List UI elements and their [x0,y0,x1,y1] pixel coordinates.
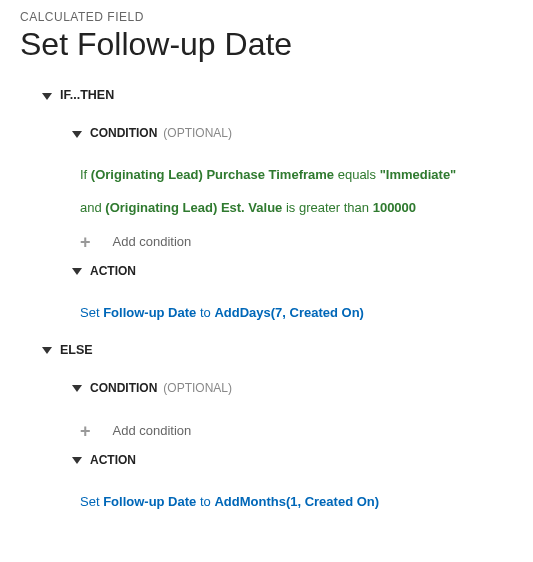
action-expr: AddMonths(1, Created On) [214,494,379,509]
ifthen-heading: IF...THEN [60,88,114,102]
add-condition-button[interactable]: + Add condition [20,414,513,448]
chevron-down-icon [42,347,52,354]
condition-value: 100000 [373,200,416,215]
optional-label: (OPTIONAL) [163,126,232,140]
chevron-down-icon [72,268,82,275]
ifthen-action-header[interactable]: ACTION [72,259,513,283]
action-prefix: Set [80,494,100,509]
else-header[interactable]: ELSE [42,338,513,362]
condition-field: (Originating Lead) Est. Value [105,200,282,215]
plus-icon: + [80,422,91,440]
condition-prefix: If [80,167,87,182]
else-condition-header[interactable]: CONDITION (OPTIONAL) [72,376,513,400]
action-line[interactable]: Set Follow-up Date to AddDays(7, Created… [20,297,513,328]
action-to: to [200,494,211,509]
action-expr: AddDays(7, Created On) [214,305,364,320]
condition-field: (Originating Lead) Purchase Timeframe [91,167,334,182]
add-condition-label: Add condition [113,423,192,438]
condition-heading: CONDITION [90,126,157,140]
ifthen-condition-header[interactable]: CONDITION (OPTIONAL) [72,121,513,145]
plus-icon: + [80,233,91,251]
else-action-header[interactable]: ACTION [72,448,513,472]
action-heading: ACTION [90,264,136,278]
add-condition-button[interactable]: + Add condition [20,225,513,259]
optional-label: (OPTIONAL) [163,381,232,395]
action-prefix: Set [80,305,100,320]
condition-line[interactable]: If (Originating Lead) Purchase Timeframe… [20,159,513,192]
condition-prefix: and [80,200,102,215]
ifthen-header[interactable]: IF...THEN [42,83,513,107]
add-condition-label: Add condition [113,234,192,249]
else-heading: ELSE [60,343,93,357]
condition-value: "Immediate" [380,167,457,182]
section-label: CALCULATED FIELD [20,10,513,24]
condition-line[interactable]: and (Originating Lead) Est. Value is gre… [20,192,513,225]
action-to: to [200,305,211,320]
page-title: Set Follow-up Date [20,26,513,63]
chevron-down-icon [72,131,82,138]
action-field: Follow-up Date [103,305,196,320]
condition-operator: equals [338,167,376,182]
chevron-down-icon [72,457,82,464]
condition-operator: is greater than [286,200,369,215]
action-field: Follow-up Date [103,494,196,509]
action-line[interactable]: Set Follow-up Date to AddMonths(1, Creat… [20,486,513,517]
chevron-down-icon [72,385,82,392]
condition-heading: CONDITION [90,381,157,395]
action-heading: ACTION [90,453,136,467]
chevron-down-icon [42,93,52,100]
